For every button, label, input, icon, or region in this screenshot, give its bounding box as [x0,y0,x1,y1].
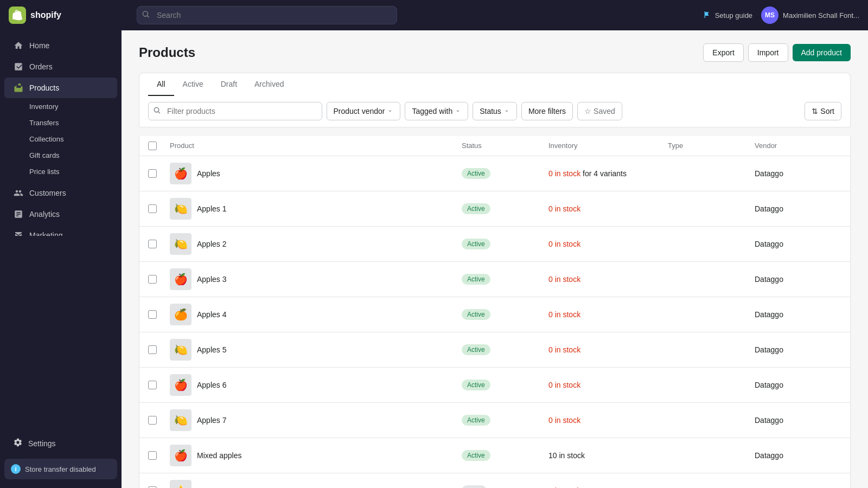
saved-button[interactable]: ☆ Saved [577,102,622,120]
sidebar-settings[interactable]: Settings [4,433,117,454]
status-cell: Active [462,274,548,285]
table-row[interactable]: 🍎 Apples 3 Active 0 in stock Dataggo [139,262,850,297]
tab-all[interactable]: All [148,73,174,96]
store-transfer-label: Store transfer disabled [25,465,96,473]
inventory-cell: 0 in stock [548,275,668,284]
home-icon [13,40,24,51]
app-name: shopify [30,10,61,20]
product-thumbnail: 🕯️ [170,480,192,488]
product-cell: 🍋 Apples 2 [170,233,462,255]
product-vendor-filter[interactable]: Product vendor [327,102,401,120]
table-row[interactable]: 🍋 Apples 7 Active 0 in stock Dataggo [139,403,850,438]
user-menu[interactable]: MS Maximilien Schall Font... [761,7,859,24]
status-cell: Active [462,203,548,214]
inventory-cell: 0 in stock [548,310,668,319]
search-input[interactable] [137,6,397,24]
status-cell: Active [462,450,548,461]
product-cell: 🍎 Apples 3 [170,268,462,290]
sidebar-home-label: Home [29,41,49,50]
status-cell: Active [462,344,548,355]
inventory-cell: 10 in stock [548,451,668,460]
more-filters-button[interactable]: More filters [521,102,573,120]
row-checkbox[interactable] [148,240,157,248]
sidebar-item-price-lists[interactable]: Price lists [4,164,117,179]
status-filter[interactable]: Status [473,102,517,120]
product-name: Apples 6 [197,381,226,389]
sidebar-item-inventory[interactable]: Inventory [4,99,117,114]
sidebar-item-marketing[interactable]: Marketing [4,225,117,236]
tab-archived[interactable]: Archived [246,73,292,96]
sidebar-item-collections[interactable]: Collections [4,131,117,147]
product-thumbnail: 🍋 [170,339,192,361]
status-badge: Active [462,415,490,426]
sidebar-item-products[interactable]: Products [4,78,117,98]
status-badge: Draft [462,485,487,488]
orders-icon [13,61,24,72]
sidebar-item-orders[interactable]: Orders [4,56,117,77]
import-button[interactable]: Import [748,43,788,62]
store-transfer-notice: i Store transfer disabled [4,459,117,479]
row-checkbox-cell [148,416,170,425]
row-checkbox-cell [148,310,170,319]
setup-guide-label: Setup guide [715,11,752,20]
settings-icon [13,438,23,449]
row-checkbox-cell [148,169,170,178]
row-checkbox-cell [148,240,170,248]
select-all-checkbox[interactable] [148,142,157,150]
table-row[interactable]: 🍋 Apples 5 Active 0 in stock Dataggo [139,332,850,368]
avatar: MS [761,7,778,24]
status-badge: Active [462,450,490,461]
sort-button[interactable]: ⇅ Sort [805,102,841,120]
row-checkbox[interactable] [148,169,157,178]
product-name: Apples [197,169,220,178]
product-cell: 🍋 Apples 5 [170,339,462,361]
inventory-cell: 0 in stock for 4 variants [548,169,668,178]
sidebar-item-gift-cards[interactable]: Gift cards [4,147,117,163]
status-badge: Active [462,380,490,390]
add-product-button[interactable]: Add product [793,44,851,61]
row-checkbox[interactable] [148,381,157,389]
row-checkbox[interactable] [148,204,157,213]
row-checkbox-cell [148,345,170,354]
product-thumbnail: 🍋 [170,233,192,255]
table-row[interactable]: 🍎 Apples Active 0 in stock for 4 variant… [139,156,850,191]
sidebar-item-home[interactable]: Home [4,35,117,56]
export-button[interactable]: Export [703,43,743,62]
page-title: Products [139,45,195,60]
row-checkbox[interactable] [148,451,157,460]
global-search[interactable] [137,6,397,24]
table-row[interactable]: 🍎 Apples 6 Active 0 in stock Dataggo [139,368,850,403]
table-row[interactable]: 🍎 Mixed apples Active 10 in stock Datagg… [139,438,850,473]
table-row[interactable]: 🍋 Apples 1 Active 0 in stock Dataggo [139,191,850,227]
sidebar-item-transfers[interactable]: Transfers [4,115,117,131]
header-vendor: Vendor [755,142,841,150]
row-checkbox-cell [148,451,170,460]
row-checkbox[interactable] [148,416,157,425]
row-checkbox[interactable] [148,345,157,354]
sidebar-item-analytics[interactable]: Analytics [4,204,117,224]
analytics-icon [13,209,24,220]
product-name: Apples 4 [197,310,226,319]
inventory-cell: 0 in stock [548,416,668,425]
row-checkbox[interactable] [148,275,157,284]
filter-products-input[interactable] [148,102,322,120]
sidebar-item-customers[interactable]: Customers [4,183,117,203]
product-thumbnail: 🍋 [170,198,192,220]
tab-active[interactable]: Active [174,73,212,96]
table-row[interactable]: 🕯️ Pommes Draft 0 in stock Dataggo [139,473,850,488]
status-cell: Active [462,309,548,320]
search-icon [142,11,150,20]
product-search[interactable] [148,102,322,120]
row-checkbox[interactable] [148,310,157,319]
page-content: Products Export Import Add product All A… [122,30,868,488]
product-name: Apples 3 [197,275,226,284]
table-row[interactable]: 🍊 Apples 4 Active 0 in stock Dataggo [139,297,850,332]
product-cell: 🍎 Apples 6 [170,374,462,396]
table-row[interactable]: 🍋 Apples 2 Active 0 in stock Dataggo [139,227,850,262]
tagged-with-filter[interactable]: Tagged with [405,102,468,120]
shopify-logo-icon [9,7,26,24]
tab-draft[interactable]: Draft [212,73,246,96]
table-header: Product Status Inventory Type Vendor [139,136,850,156]
table-body: 🍎 Apples Active 0 in stock for 4 variant… [139,156,850,488]
setup-guide-button[interactable]: Setup guide [703,10,752,21]
